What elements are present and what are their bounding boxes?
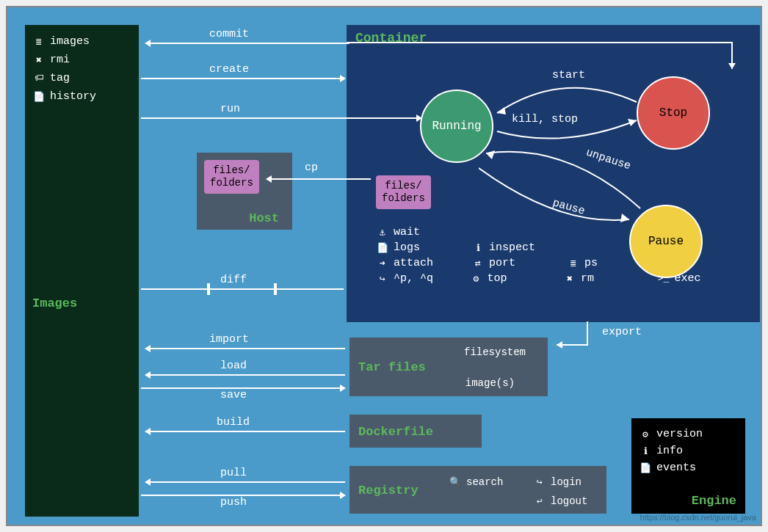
gear-icon: ⚙ [639,429,652,440]
list-icon: ≣ [32,36,46,48]
registry-title: Registry [358,483,419,497]
cmd-detach: ↪^p, ^q [376,272,470,285]
engine-events: 📄 events [639,459,738,476]
doc-icon: 📄 [32,91,46,103]
out-icon: ↪ [376,273,389,285]
host-files-folders: files/ folders [204,160,259,194]
list-icon: ≣ [567,258,580,269]
tag-icon: 🏷 [32,73,46,84]
state-running: Running [420,90,493,163]
svg-marker-3 [486,150,495,159]
anchor-icon: ⚓ [376,227,389,238]
history-item: 📄 history [32,87,131,106]
watermark: https://blog.csdn.net/guorui_java [640,513,756,522]
svg-marker-5 [557,341,562,349]
host-title: Host [249,211,279,225]
x-icon: ✖ [563,273,576,285]
info-icon: ℹ [639,445,652,457]
rmi-item: ✖ rmi [32,51,131,69]
arrow-diff [141,288,344,290]
edge-push: push [220,496,247,509]
container-commands: ⚓wait 📄logs ℹinspect ➜attach ⇄port ≣ps ↪… [376,223,750,288]
dockerfile-title: Dockerfile [358,424,433,438]
info-icon: ℹ [471,242,485,254]
container-title: Container [355,31,427,45]
host-panel: files/ folders Host [197,153,292,230]
svg-marker-2 [628,119,637,126]
dockerfile-box: Dockerfile [349,415,482,448]
edge-save: save [220,389,247,401]
gear-icon: ⚙ [470,273,483,285]
swap-icon: ⇄ [471,258,485,269]
cmd-wait: ⚓wait [376,226,471,238]
images-title: Images [32,296,131,310]
arrow-import [147,348,345,349]
arrow-build [147,431,345,432]
doc-icon: 📄 [639,462,652,474]
cmd-rm: ✖rm [563,272,657,285]
container-files-folders: files/ folders [376,175,431,209]
container-panel: Container Running Stop Pause start kill,… [347,25,760,322]
cmd-attach: ➜attach [376,257,471,269]
cmd-ps: ≣ps [567,257,662,269]
edge-commit: commit [209,28,249,40]
edge-start: start [552,69,585,81]
edge-diff: diff [220,274,247,286]
arrow-pull [147,481,345,483]
edge-create: create [209,63,249,76]
label: rmi [50,54,70,66]
x-icon: ✖ [32,54,46,66]
terminal-icon: >_ [657,273,670,284]
edge-import: import [209,333,249,346]
arrow-icon: ➜ [376,258,389,269]
doc-icon: 📄 [376,242,389,254]
edge-build: build [217,416,250,429]
tarfiles-images: image(s) [465,377,515,389]
cmd-port: ⇄port [471,257,567,269]
cmd-login: ↪ login [533,476,582,488]
svg-marker-4 [620,214,629,222]
tarfiles-box: Tar files filesystem image(s) [349,338,548,396]
arrow-cp [268,178,371,180]
logout-icon: ↩ [533,495,546,507]
tarfiles-title: Tar files [358,360,426,374]
engine-info: ℹ info [639,442,738,459]
cmd-logout: ↩ logout [533,495,587,507]
cmd-exec: >_exec [657,272,751,285]
cmd-inspect: ℹinspect [471,241,567,254]
tarfiles-filesystem: filesystem [464,346,526,358]
images-item: ≣ images [32,32,131,51]
label: images [50,35,90,48]
edge-killstop: kill, stop [512,113,578,125]
registry-box: Registry 🔍 search ↪ login ↩ logout [349,466,606,514]
edge-pause: pause [551,197,587,218]
edge-run: run [220,103,240,115]
arrow-commit [147,43,349,44]
login-icon: ↪ [533,476,546,488]
state-stop: Stop [637,76,710,150]
edge-cp: cp [305,161,318,174]
edge-load: load [220,360,247,372]
label: tag [50,72,70,84]
svg-marker-1 [497,107,506,114]
tag-item: 🏷 tag [32,69,131,87]
engine-title: Engine [692,494,736,508]
engine-version: ⚙ version [639,426,738,442]
cmd-search: 🔍 search [449,476,503,488]
images-panel: ≣ images ✖ rmi 🏷 tag 📄 history Images [25,25,139,517]
cmd-logs: 📄logs [376,241,471,254]
label: history [50,90,96,103]
cmd-top: ⚙top [470,272,564,285]
search-icon: 🔍 [449,476,462,488]
edge-pull: pull [220,467,247,479]
engine-panel: ⚙ version ℹ info 📄 events Engine [631,418,745,514]
edge-unpause: unpause [584,147,632,173]
edge-export: export [602,326,642,338]
arrow-load [147,374,345,376]
arrow-create [141,78,344,79]
diagram-canvas: ≣ images ✖ rmi 🏷 tag 📄 history Images Co… [6,6,762,526]
svg-marker-0 [728,63,736,69]
arrow-run [141,117,420,119]
